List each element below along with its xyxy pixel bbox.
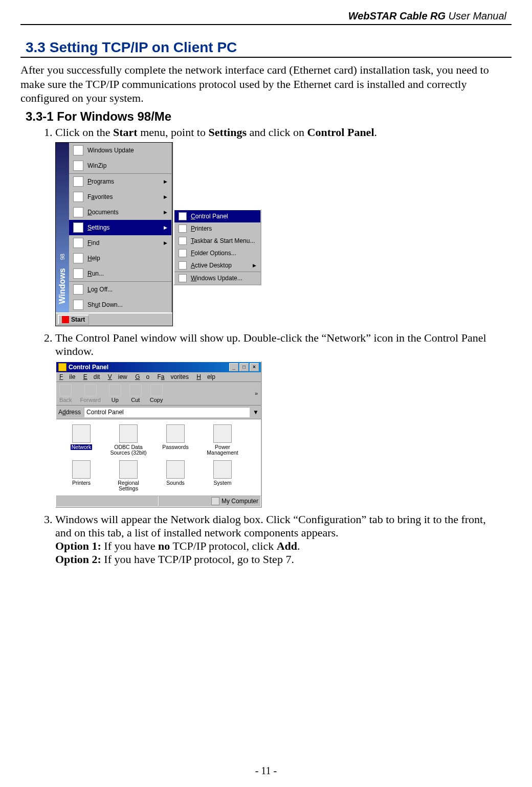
start-menu-sidebar: Windows98: [56, 143, 69, 312]
window-titlebar[interactable]: Control Panel _ □ ×: [56, 362, 261, 372]
chevron-right-icon: ▶: [164, 225, 167, 230]
submenu-folder-options[interactable]: Folder Options...: [174, 247, 260, 259]
icon-sounds[interactable]: Sounds: [156, 460, 195, 492]
documents-icon: [73, 207, 83, 217]
step-3: Windows will appear the Network dialog b…: [55, 513, 501, 566]
tool-up[interactable]: Up: [109, 384, 121, 403]
menu-go[interactable]: Go: [135, 373, 149, 380]
submenu-printers[interactable]: Printers: [174, 222, 260, 235]
menu-item-find[interactable]: Find▶: [69, 235, 171, 251]
start-button[interactable]: Start: [58, 314, 89, 325]
icon-network[interactable]: Network: [61, 424, 101, 456]
my-computer-icon: [211, 497, 219, 505]
menu-item-run[interactable]: Run...: [69, 266, 171, 281]
maximize-button[interactable]: □: [239, 363, 249, 371]
steps-list: Click on the Start menu, point to Settin…: [41, 126, 501, 566]
window-toolbar: Back Forward Up Cut Copy »: [56, 382, 261, 406]
page-number: - 11 -: [0, 765, 532, 777]
close-button[interactable]: ×: [250, 363, 259, 371]
menu-item-logoff[interactable]: Log Off...: [69, 281, 171, 297]
menu-item-documents[interactable]: Documents▶: [69, 205, 171, 220]
taskbar-icon: [179, 237, 187, 245]
window-menubar: File Edit View Go Favorites Help: [56, 372, 261, 382]
address-dropdown-icon[interactable]: ▼: [253, 409, 259, 416]
icon-grid: Network ODBC Data Sources (32bit) Passwo…: [56, 419, 261, 495]
menu-item-settings[interactable]: Settings▶: [69, 220, 171, 235]
control-panel-window: Control Panel _ □ × File Edit View Go Fa…: [55, 361, 262, 508]
menu-edit[interactable]: Edit: [83, 373, 100, 380]
control-panel-icon: [179, 212, 187, 220]
tool-back[interactable]: Back: [59, 384, 72, 403]
help-icon: [73, 253, 83, 263]
page-header: WebSTAR Cable RG User Manual: [20, 10, 512, 24]
menu-item-windows-update[interactable]: Windows Update: [69, 143, 171, 158]
settings-icon: [73, 222, 83, 233]
icon-passwords[interactable]: Passwords: [156, 424, 195, 456]
programs-icon: [73, 176, 83, 187]
icon-regional[interactable]: Regional Settings: [108, 460, 148, 492]
settings-submenu: Control Panel Printers Taskbar & Start M…: [173, 209, 261, 285]
menu-item-favorites[interactable]: Favorites▶: [69, 189, 171, 205]
section-divider: [20, 57, 512, 58]
windows-flag-icon: [62, 316, 69, 323]
chevron-right-icon: ▶: [253, 263, 256, 268]
active-desktop-icon: [179, 261, 187, 269]
step-1: Click on the Start menu, point to Settin…: [55, 126, 501, 328]
submenu-control-panel[interactable]: Control Panel: [174, 210, 260, 222]
run-icon: [73, 268, 83, 279]
menu-item-programs[interactable]: Programs▶: [69, 173, 171, 189]
start-menu-screenshot: Windows98 Windows Update WinZip Programs…: [55, 142, 173, 326]
header-divider: [20, 24, 512, 25]
address-input[interactable]: [84, 407, 250, 417]
menu-item-shutdown[interactable]: Shut Down...: [69, 297, 171, 312]
window-title: Control Panel: [69, 364, 108, 371]
menu-file[interactable]: File: [59, 373, 75, 380]
globe-icon: [179, 274, 187, 282]
find-icon: [73, 238, 83, 248]
toolbar-more-icon[interactable]: »: [255, 390, 258, 396]
shutdown-icon: [73, 300, 83, 310]
chevron-right-icon: ▶: [164, 240, 167, 245]
logoff-icon: [73, 284, 83, 295]
printers-icon: [179, 224, 187, 233]
menu-view[interactable]: View: [108, 373, 127, 380]
chevron-right-icon: ▶: [164, 179, 167, 184]
address-bar: Address ▼: [56, 406, 261, 419]
star-icon: [73, 192, 83, 202]
tool-cut[interactable]: Cut: [129, 384, 142, 403]
icon-power[interactable]: Power Management: [203, 424, 242, 456]
subsection-title: 3.3-1 For Windows 98/Me: [26, 109, 512, 124]
minimize-button[interactable]: _: [229, 363, 238, 371]
menu-item-winzip[interactable]: WinZip: [69, 158, 171, 173]
submenu-taskbar[interactable]: Taskbar & Start Menu...: [174, 235, 260, 247]
tool-copy[interactable]: Copy: [150, 384, 163, 403]
header-rest: User Manual: [446, 10, 506, 21]
chevron-right-icon: ▶: [164, 210, 167, 215]
menu-favorites[interactable]: Favorites: [158, 373, 189, 380]
header-product: WebSTAR Cable RG: [348, 10, 446, 21]
step-2: The Control Panel window will show up. D…: [55, 331, 501, 510]
submenu-windows-update[interactable]: Windows Update...: [174, 272, 260, 284]
winzip-icon: [73, 161, 83, 171]
icon-printers[interactable]: Printers: [61, 460, 101, 492]
section-title: 3.3 Setting TCP/IP on Client PC: [26, 39, 506, 56]
submenu-active-desktop[interactable]: Active Desktop▶: [174, 259, 260, 272]
address-label: Address: [58, 409, 81, 416]
taskbar: Start: [56, 312, 172, 326]
status-bar: My Computer: [56, 495, 261, 507]
folder-options-icon: [179, 249, 187, 257]
tool-forward[interactable]: Forward: [80, 384, 100, 403]
icon-system[interactable]: System: [203, 460, 242, 492]
menu-item-help[interactable]: Help: [69, 251, 171, 266]
section-intro: After you successfully complete the netw…: [20, 63, 506, 105]
menu-help[interactable]: Help: [196, 373, 215, 380]
globe-icon: [73, 145, 83, 155]
chevron-right-icon: ▶: [164, 194, 167, 199]
control-panel-icon: [58, 363, 66, 371]
icon-odbc[interactable]: ODBC Data Sources (32bit): [108, 424, 148, 456]
